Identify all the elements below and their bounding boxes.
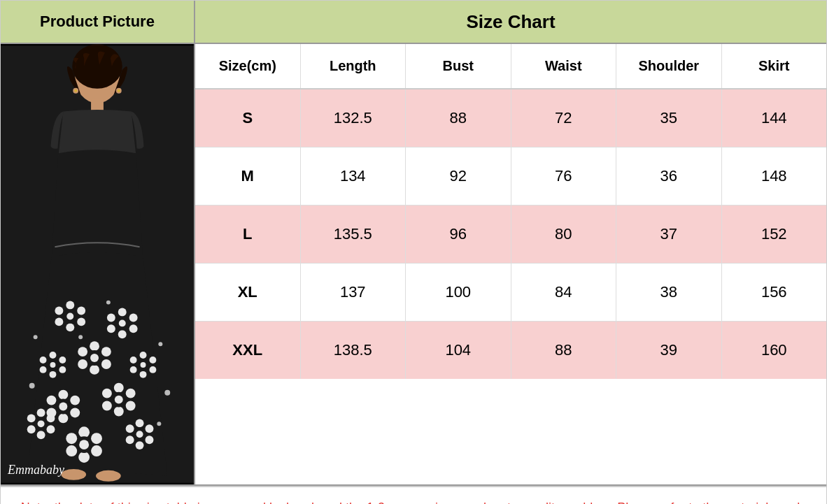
- col-header-length: Length: [301, 44, 407, 88]
- svg-point-53: [47, 396, 57, 405]
- table-row: XXL138.51048839160: [195, 322, 826, 379]
- size-value: 156: [722, 264, 827, 321]
- svg-point-88: [47, 425, 55, 433]
- svg-point-7: [77, 317, 85, 326]
- svg-point-89: [27, 414, 36, 422]
- svg-point-35: [40, 357, 47, 363]
- svg-point-68: [78, 426, 90, 438]
- svg-point-57: [59, 403, 67, 411]
- svg-point-52: [70, 408, 80, 418]
- svg-point-23: [90, 341, 99, 351]
- svg-point-78: [146, 424, 154, 433]
- size-rows-container: S132.5887235144M134927636148L135.5968037…: [195, 89, 826, 379]
- size-value: 39: [616, 322, 722, 379]
- size-value: 144: [722, 89, 827, 147]
- size-value: 35: [616, 89, 722, 147]
- product-picture-header: Product Picture: [1, 1, 195, 43]
- svg-point-98: [164, 390, 170, 396]
- svg-point-97: [34, 335, 38, 339]
- watermark: Emmababy: [8, 463, 64, 477]
- svg-point-18: [107, 324, 115, 333]
- svg-point-19: [118, 330, 127, 338]
- svg-point-106: [96, 470, 121, 482]
- col-header-shoulder: Shoulder: [616, 44, 722, 88]
- svg-point-17: [107, 313, 115, 322]
- svg-point-61: [126, 401, 136, 411]
- size-value: 76: [511, 147, 617, 205]
- size-value: 138.5: [301, 322, 407, 379]
- svg-point-60: [126, 389, 136, 398]
- size-chart-area: Size(cm) Length Bust Waist Shoulder Skir…: [195, 44, 826, 484]
- svg-point-50: [58, 390, 68, 400]
- size-value: 100: [406, 264, 511, 321]
- svg-point-62: [102, 389, 112, 398]
- svg-point-63: [102, 401, 112, 411]
- svg-point-26: [78, 347, 87, 357]
- dress-illustration: [1, 44, 194, 484]
- svg-point-2: [72, 44, 122, 89]
- svg-point-87: [47, 414, 55, 422]
- size-label: M: [195, 147, 301, 205]
- size-value: 96: [406, 206, 511, 263]
- svg-point-77: [136, 419, 144, 427]
- size-value: 88: [511, 322, 617, 379]
- svg-point-43: [149, 366, 156, 373]
- svg-point-10: [66, 323, 74, 331]
- col-header-waist: Waist: [511, 44, 617, 88]
- size-value: 132.5: [301, 89, 407, 147]
- svg-point-86: [37, 409, 45, 417]
- svg-point-91: [37, 431, 45, 439]
- svg-point-100: [157, 422, 161, 426]
- svg-point-80: [126, 424, 134, 433]
- svg-point-44: [130, 357, 137, 363]
- size-value: 80: [511, 206, 617, 263]
- svg-point-99: [29, 383, 35, 389]
- size-value: 88: [406, 89, 511, 147]
- table-row: S132.5887235144: [195, 89, 826, 147]
- svg-point-16: [129, 324, 138, 333]
- main-row: Emmababy Size(cm) Length Bust Waist: [1, 44, 826, 486]
- column-headers-row: Size(cm) Length Bust Waist Shoulder Skir…: [195, 44, 826, 89]
- svg-point-55: [58, 413, 68, 423]
- svg-point-28: [90, 365, 99, 375]
- svg-point-59: [114, 383, 124, 393]
- size-value: 104: [406, 322, 511, 379]
- svg-point-90: [27, 425, 36, 433]
- svg-point-81: [126, 435, 134, 444]
- svg-point-104: [118, 89, 120, 92]
- svg-point-14: [118, 308, 127, 317]
- svg-point-93: [38, 420, 45, 427]
- svg-point-8: [55, 307, 63, 315]
- table-row: L135.5968037152: [195, 206, 826, 264]
- svg-point-66: [115, 396, 123, 404]
- svg-point-75: [79, 440, 89, 449]
- size-value: 84: [511, 264, 617, 321]
- svg-point-69: [91, 433, 102, 444]
- main-container: Product Picture Size Chart: [0, 0, 827, 504]
- svg-point-73: [78, 452, 90, 463]
- svg-point-96: [158, 342, 162, 346]
- svg-point-70: [91, 445, 102, 456]
- header-row: Product Picture Size Chart: [1, 1, 826, 44]
- size-chart-header: Size Chart: [195, 1, 826, 43]
- svg-point-105: [61, 469, 86, 480]
- svg-point-39: [50, 362, 55, 368]
- col-header-size: Size(cm): [195, 44, 301, 88]
- svg-point-48: [141, 362, 146, 368]
- svg-point-64: [114, 407, 124, 417]
- size-chart-label: Size Chart: [466, 11, 555, 33]
- svg-point-79: [146, 435, 154, 444]
- svg-point-94: [106, 301, 111, 305]
- svg-point-36: [40, 366, 47, 373]
- table-row: XL1371008438156: [195, 264, 826, 322]
- size-value: 152: [722, 206, 827, 263]
- size-label: L: [195, 206, 301, 263]
- svg-point-30: [90, 354, 99, 362]
- product-picture-label: Product Picture: [40, 13, 155, 31]
- col-header-bust: Bust: [406, 44, 511, 88]
- size-value: 134: [301, 147, 407, 205]
- svg-point-32: [49, 352, 56, 359]
- svg-point-25: [101, 359, 111, 369]
- svg-point-15: [129, 313, 138, 322]
- svg-point-45: [130, 366, 137, 373]
